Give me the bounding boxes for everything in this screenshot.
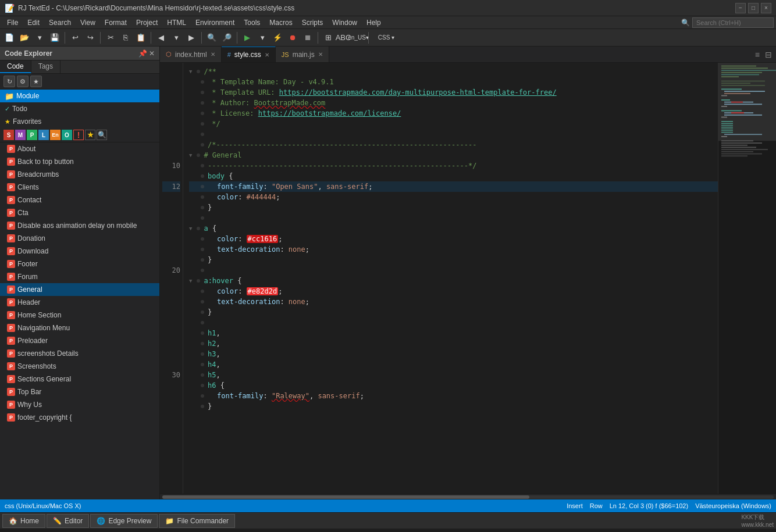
flash-btn[interactable]: ⚡ (270, 31, 284, 45)
filter-search[interactable]: 🔍 (97, 130, 107, 140)
cut-btn[interactable]: ✂ (104, 31, 118, 45)
sidebar-item-screenshots[interactable]: P Screenshots (0, 360, 159, 373)
record-btn[interactable]: ⏺ (286, 31, 300, 45)
sidebar-item-disable-aos[interactable]: P Disable aos animation delay on mobile (0, 219, 159, 232)
settings-icon[interactable]: ⚙ (17, 76, 29, 87)
bottom-tab-file-commander[interactable]: 📁 File Commander (159, 514, 235, 528)
undo-btn[interactable]: ↩ (68, 31, 82, 45)
menu-macros[interactable]: Macros (265, 16, 297, 29)
menu-project[interactable]: Project (131, 16, 162, 29)
sidebar-item-home-section[interactable]: P Home Section (0, 309, 159, 322)
sidebar-item-why-us[interactable]: P Why Us (0, 398, 159, 411)
run-btn[interactable]: ▶ (240, 31, 254, 45)
sidebar-item-breadcrumbs[interactable]: P Breadcrumbs (0, 168, 159, 181)
filter-p[interactable]: P (27, 130, 37, 140)
grid-btn[interactable]: ⊞ (321, 31, 335, 45)
open-dropdown[interactable]: ▾ (33, 31, 47, 45)
tab-main-js[interactable]: JS main.js ✕ (276, 47, 329, 63)
search3-btn[interactable]: 🔎 (220, 31, 234, 45)
sidebar-item-module[interactable]: 📁 Module (0, 90, 159, 102)
tab-split-icon[interactable]: ⊟ (763, 50, 774, 59)
redo-btn[interactable]: ↪ (83, 31, 97, 45)
sidebar-item-navigation-menu[interactable]: P Navigation Menu (0, 322, 159, 334)
bottom-tab-editor[interactable]: ✏️ Editor (47, 514, 89, 528)
tab-index-html[interactable]: ⬡ index.html ✕ (160, 47, 222, 63)
filter-error[interactable]: ! (73, 130, 84, 140)
menu-window[interactable]: Window (328, 16, 362, 29)
sidebar-item-preloader[interactable]: P Preloader (0, 334, 159, 347)
run-dropdown[interactable]: ▾ (255, 31, 269, 45)
tab-code[interactable]: Code (0, 60, 31, 73)
menu-environment[interactable]: Environment (191, 16, 239, 29)
sidebar-item-general[interactable]: P General (0, 283, 159, 296)
tab-tags[interactable]: Tags (31, 60, 60, 73)
save-btn[interactable]: 💾 (48, 31, 62, 45)
search2-btn[interactable]: 🔍 (205, 31, 219, 45)
menu-format[interactable]: Format (100, 16, 131, 29)
add-icon[interactable]: ★ (30, 76, 42, 87)
sidebar-item-donation[interactable]: P Donation (0, 232, 159, 245)
copy-btn[interactable]: ⎘ (119, 31, 133, 45)
sidebar-item-footer[interactable]: P Footer (0, 258, 159, 270)
filter-en[interactable]: En (50, 130, 60, 140)
sidebar-item-footer-copyright[interactable]: P footer_copyright { (0, 411, 159, 424)
status-language[interactable]: css (Unix/Linux/Mac OS X) (5, 502, 81, 509)
refresh-icon[interactable]: ↻ (3, 76, 15, 87)
close-js-tab[interactable]: ✕ (318, 51, 323, 58)
stop-btn[interactable]: ⏹ (301, 31, 315, 45)
search-input[interactable] (692, 17, 774, 28)
filter-o[interactable]: O (62, 130, 72, 140)
open-btn[interactable]: 📂 (17, 31, 31, 45)
sidebar-item-back-to-top[interactable]: P Back to top button (0, 155, 159, 168)
bottom-tab-home[interactable]: 🏠 Home (2, 514, 45, 528)
paste-btn[interactable]: 📋 (134, 31, 148, 45)
sidebar-item-header[interactable]: P Header (0, 296, 159, 309)
close-button[interactable]: × (761, 3, 771, 13)
code-content[interactable]: ▼ /** * Template Name: Day - v4.9.1 * Te… (183, 63, 718, 494)
menu-file[interactable]: File (2, 16, 23, 29)
forward-btn[interactable]: ▶ (184, 31, 198, 45)
filter-m[interactable]: M (15, 130, 26, 140)
minimize-button[interactable]: − (735, 3, 746, 13)
sidebar-item-screenshots-details[interactable]: P screenshots Details (0, 347, 159, 360)
sidebar-item-top-bar[interactable]: P Top Bar (0, 385, 159, 398)
filter-l[interactable]: L (38, 130, 49, 140)
back-btn[interactable]: ◀ (154, 31, 168, 45)
menu-tools[interactable]: Tools (239, 16, 265, 29)
back-dropdown[interactable]: ▾ (169, 31, 183, 45)
bottom-tab-edge-preview[interactable]: 🌐 Edge Preview (90, 514, 158, 528)
sidebar-item-about[interactable]: P About (0, 142, 159, 155)
lang-btn[interactable]: en_US▾ (351, 31, 365, 45)
menu-scripts[interactable]: Scripts (297, 16, 328, 29)
menu-search[interactable]: Search (44, 16, 76, 29)
close-sidebar-icon[interactable]: ✕ (149, 49, 155, 58)
horizontal-scrollbar[interactable] (160, 494, 776, 499)
new-btn[interactable]: 📄 (2, 31, 16, 45)
sidebar-item-contact[interactable]: P Contact (0, 194, 159, 206)
menu-html[interactable]: HTML (162, 16, 191, 29)
sidebar-item-download[interactable]: P Download (0, 245, 159, 258)
pin-icon[interactable]: 📌 (138, 49, 147, 58)
sidebar-item-clients[interactable]: P Clients (0, 181, 159, 194)
sidebar-item-favorites[interactable]: ★ Favorites (0, 115, 159, 128)
sidebar-item-sections-general[interactable]: P Sections General (0, 373, 159, 385)
p-icon: P (7, 234, 15, 242)
css-btn[interactable]: CSS ▾ (372, 31, 401, 45)
sidebar-item-todo[interactable]: ✓ Todo (0, 102, 159, 115)
menu-edit[interactable]: Edit (23, 16, 44, 29)
p-icon: P (7, 388, 15, 396)
menu-view[interactable]: View (76, 16, 100, 29)
maximize-button[interactable]: □ (748, 3, 759, 13)
favorites-label: Favorites (13, 117, 41, 126)
filter-s[interactable]: S (3, 130, 14, 140)
sidebar-filter-buttons: S M P L En O ! ★ 🔍 (0, 128, 159, 142)
close-css-tab[interactable]: ✕ (265, 52, 269, 58)
p-icon: P (7, 209, 15, 217)
menu-help[interactable]: Help (362, 16, 386, 29)
close-html-tab[interactable]: ✕ (211, 51, 215, 58)
sidebar-item-forum[interactable]: P Forum (0, 270, 159, 283)
filter-starred[interactable]: ★ (85, 130, 95, 140)
tab-style-css[interactable]: # style.css ✕ (222, 47, 276, 63)
sidebar-item-cta[interactable]: P Cta (0, 206, 159, 219)
tab-list-icon[interactable]: ≡ (753, 50, 761, 59)
